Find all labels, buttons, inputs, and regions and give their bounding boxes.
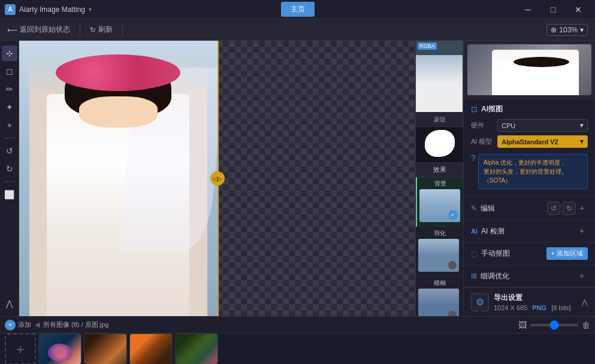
tool-separator-2	[4, 181, 16, 182]
effects-list: 背景 ✓ 羽化 模糊 黑白	[416, 177, 463, 316]
model-description: Alpha 优化，更好的半透明度， 更好的头发，更好的背景处理。 （SOTA）	[478, 154, 588, 189]
titlebar: A Aiarty Image Matting ▾ 主页 ─ □ ✕	[0, 0, 595, 19]
lasso-tool-button[interactable]: ⌖	[2, 117, 17, 133]
export-bits: [8 bits]	[551, 304, 570, 311]
rgba-thumbnail[interactable]: RGBA	[416, 41, 463, 112]
eraser-tool-button[interactable]: ◻	[2, 63, 17, 79]
bride-flowers	[56, 54, 180, 91]
mask-thumbnail[interactable]	[416, 127, 463, 163]
mask-section-label: 蒙版	[416, 113, 463, 127]
effect-feather-thumb	[418, 239, 459, 272]
settings-gear-icon: ⚙	[476, 296, 484, 308]
preview-figure	[492, 50, 579, 96]
filmstrip-thumb-1	[39, 334, 81, 364]
export-settings-icon: ⚙	[471, 293, 489, 311]
window-controls: ─ □ ✕	[516, 2, 590, 17]
maximize-button[interactable]: □	[541, 2, 565, 17]
filmstrip-item-4[interactable]	[175, 333, 218, 364]
hardware-label: 硬件	[471, 121, 493, 130]
back-icon: ⟵	[7, 26, 17, 34]
ai-detection-title: AI 检测	[481, 226, 576, 236]
filmstrip-item-3[interactable]	[129, 333, 173, 364]
filmstrip-item-1[interactable]	[38, 333, 81, 364]
filmstrip-controls: 🖼 🗑	[518, 320, 590, 330]
magic-wand-tool-button[interactable]: ✦	[2, 99, 17, 115]
effect-blur-label: 模糊	[418, 279, 461, 287]
undo-button[interactable]: ↺	[2, 143, 17, 159]
zoom-label: 103%	[559, 26, 578, 34]
refresh-label: 刷新	[98, 25, 113, 35]
titlebar-center: 主页	[281, 2, 315, 17]
add-region-button[interactable]: + 添加区域	[546, 247, 588, 260]
add-image-button[interactable]: ＋ 添加	[5, 320, 31, 330]
mask-label: 蒙版	[434, 116, 446, 123]
minimize-button[interactable]: ─	[516, 2, 540, 17]
home-button[interactable]: 主页	[281, 2, 315, 17]
effect-item-feather[interactable]: 羽化	[416, 227, 463, 277]
ai-detection-section-header[interactable]: Ai AI 检测 ＋	[464, 220, 595, 242]
bottom-filmstrip-panel: ＋ 添加 ◀ 所有图像 (8) / 原图.jpg 🖼 🗑 ＋	[0, 316, 595, 364]
filmstrip-delete-icon[interactable]: 🗑	[582, 320, 590, 330]
manual-matting-section-header[interactable]: ⬚ 手动抠图 + 添加区域	[464, 242, 595, 265]
app-title: Aiarty Image Matting	[19, 5, 85, 14]
filmstrip-thumb-4	[176, 334, 218, 364]
filmstrip-size-slider[interactable]	[530, 324, 578, 326]
hardware-select-arrow: ▾	[580, 122, 584, 129]
fine-tune-section-header[interactable]: ⊞ 细调优化 ＋	[464, 265, 595, 287]
zoom-arrow: ▾	[580, 26, 584, 34]
titlebar-left: A Aiarty Image Matting ▾	[5, 4, 92, 15]
ai-matting-title: AI抠图	[481, 104, 503, 114]
manual-matting-icon: ⬚	[471, 250, 478, 258]
redo-button[interactable]: ↻	[563, 202, 576, 215]
filmstrip-image-icon: 🖼	[518, 320, 527, 330]
ai-detection-add-button[interactable]: ＋	[576, 225, 588, 237]
export-settings-panel: ⚙ 导出设置 1024 X 685 PNG [8 bits] ⋀	[464, 287, 595, 316]
export-collapse-button[interactable]: ⋀	[582, 298, 588, 307]
effect-item-blur[interactable]: 模糊	[416, 277, 463, 316]
breadcrumb: 所有图像 (8) / 原图.jpg	[43, 320, 108, 329]
brush-tool-button[interactable]: ✏	[2, 81, 17, 97]
right-settings-panel: ⊡ AI抠图 硬件 CPU ▾ AI 模型 AlphaStandard V2 ▾…	[463, 41, 595, 316]
close-button[interactable]: ✕	[566, 2, 590, 17]
collapse-tool-button[interactable]: ⋀	[2, 296, 17, 311]
model-select[interactable]: AlphaStandard V2 ▾	[497, 135, 588, 148]
effects-side-panel: RGBA 蒙版 效果 背景 ✓ 羽化	[415, 41, 463, 316]
editing-icon: ✎	[471, 204, 477, 213]
titlebar-dropdown-arrow[interactable]: ▾	[89, 6, 92, 13]
editing-add-button[interactable]: ＋	[576, 202, 588, 214]
bride-face	[79, 96, 158, 128]
zoom-control[interactable]: ⊕ 103% ▾	[546, 24, 588, 36]
zoom-icon: ⊕	[551, 26, 557, 34]
app-logo: A	[5, 4, 16, 15]
selection-tool-button[interactable]: ⬜	[2, 187, 17, 202]
filmstrip-item-2[interactable]	[84, 333, 127, 364]
refresh-button[interactable]: ↻ 刷新	[90, 25, 113, 35]
canvas-area[interactable]: ◁▷	[19, 41, 415, 316]
undo-button[interactable]: ↺	[547, 202, 560, 215]
hardware-row: 硬件 CPU ▾	[471, 119, 588, 132]
preview-thumbs-row: RGBA	[416, 41, 463, 113]
tool-separator-1	[4, 138, 16, 138]
toolbar-divider-2	[122, 24, 123, 36]
back-to-original-button[interactable]: ⟵ 返回到原始状态	[7, 25, 70, 35]
effect-section-label: 效果	[416, 163, 463, 177]
hardware-select[interactable]: CPU ▾	[497, 119, 588, 132]
effect-bg-thumb: ✓	[419, 189, 460, 222]
fine-tune-add-button[interactable]: ＋	[576, 270, 588, 282]
split-handle[interactable]: ◁▷	[210, 171, 225, 186]
ai-matting-section: ⊡ AI抠图 硬件 CPU ▾ AI 模型 AlphaStandard V2 ▾…	[464, 99, 595, 197]
blur-toggle	[448, 311, 457, 316]
rgba-label: RGBA	[418, 43, 437, 50]
filmstrip-add-button[interactable]: ＋	[5, 333, 36, 364]
export-info: 导出设置 1024 X 685 PNG [8 bits]	[494, 293, 577, 311]
fine-tune-title: 细调优化	[481, 271, 576, 281]
editing-section-header[interactable]: ✎ 编辑 ↺ ↻ ＋	[464, 197, 595, 220]
filmstrip-thumb-2	[84, 334, 126, 364]
output-preview-thumbnail	[464, 41, 595, 99]
add-label: 添加	[18, 320, 31, 329]
move-tool-button[interactable]: ⊹	[2, 46, 17, 61]
add-circle-icon: ＋	[5, 320, 16, 330]
effect-item-bg[interactable]: 背景 ✓	[416, 177, 463, 227]
redo-button[interactable]: ↻	[2, 161, 17, 177]
rgba-preview-content	[416, 55, 463, 112]
